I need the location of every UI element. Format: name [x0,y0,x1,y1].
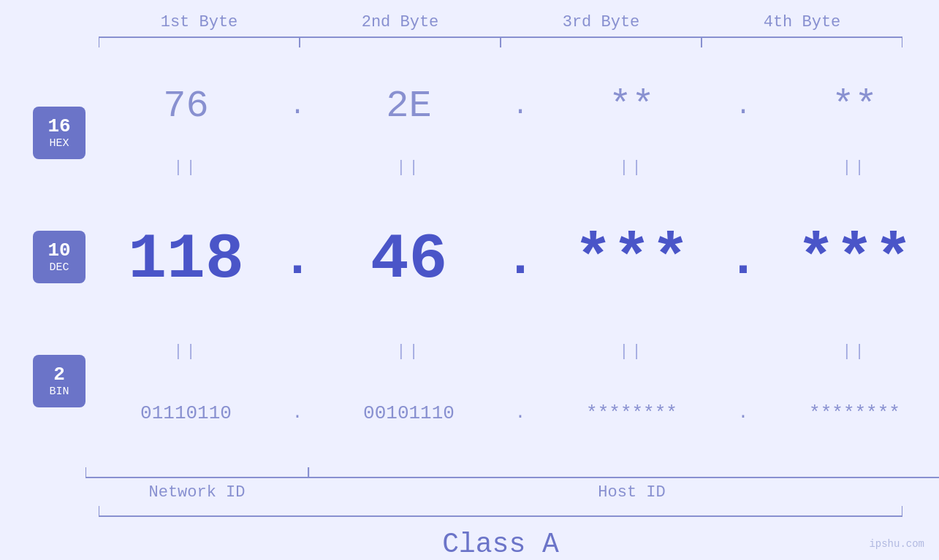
hex-cell-2: 2E [308,85,509,128]
dec-cell-3: *** [531,223,732,296]
top-brackets [0,34,939,49]
hex-cell-1: 76 [85,85,286,128]
dec-value-3: *** [574,223,689,296]
bracket-byte-4 [702,34,902,49]
rows-area: 76 . 2E . ** . ** [85,56,939,502]
hex-cell-3: ** [531,85,732,128]
bin-cell-1: 01110110 [85,402,286,424]
sep-cell-2: || [308,158,509,177]
hex-dot-3: . [732,91,754,121]
bin-dot-2: . [509,403,531,423]
bin-value-4: ******** [809,402,900,424]
hex-value-2: 2E [386,85,431,128]
bin-cell-4: ******** [754,402,939,424]
hex-value-1: 76 [163,85,208,128]
class-label: Class A [99,529,902,560]
content-area: 16 HEX 10 DEC 2 BIN 76 . [0,56,939,502]
hex-badge-label: HEX [49,137,69,150]
hex-dot-1: . [286,91,308,121]
bracket-byte-3 [501,34,702,49]
sep-cell-3: || [531,158,732,177]
bottom-brackets-row: Network ID Host ID [85,466,939,502]
byte-header-2: 2nd Byte [300,13,501,31]
dec-badge-number: 10 [47,240,70,261]
dec-cell-4: *** [754,223,939,296]
byte-headers: 1st Byte 2nd Byte 3rd Byte 4th Byte [0,0,939,31]
sep-cell-5: || [85,342,286,361]
class-section: Class A [0,505,939,560]
sep-row-2: || || || || [85,340,939,363]
host-id-bracket: Host ID [308,466,939,502]
bin-cell-3: ******** [531,402,732,424]
bin-value-1: 01110110 [140,402,232,424]
dec-cell-1: 118 [85,223,286,296]
dec-value-1: 118 [128,223,243,296]
hex-value-3: ** [609,85,654,128]
bin-value-2: 00101110 [363,402,455,424]
watermark: ipshu.com [869,538,924,550]
network-id-label: Network ID [148,483,245,502]
dec-dot-3: . [732,231,754,288]
bin-badge-number: 2 [53,364,65,386]
dec-badge: 10 DEC [33,231,85,283]
hex-badge: 16 HEX [33,107,85,159]
sep-cell-1: || [85,158,286,177]
hex-row: 76 . 2E . ** . ** [85,56,939,156]
bin-badge: 2 BIN [33,355,85,407]
network-id-bracket: Network ID [85,466,308,502]
badges-column: 16 HEX 10 DEC 2 BIN [0,56,85,502]
bin-value-3: ******** [586,402,677,424]
main-container: 1st Byte 2nd Byte 3rd Byte 4th Byte [0,0,939,560]
dec-value-2: 46 [370,223,448,296]
byte-header-4: 4th Byte [702,13,902,31]
dec-row: 118 . 46 . *** . *** [85,180,939,340]
hex-value-4: ** [832,85,877,128]
dec-value-4: *** [797,223,912,296]
bin-badge-label: BIN [49,386,69,398]
sep-cell-7: || [531,342,732,361]
hex-badge-number: 16 [47,116,70,137]
dec-dot-2: . [509,231,531,288]
bin-row: 01110110 . 00101110 . ******** . [85,363,939,463]
hex-dot-2: . [509,91,531,121]
bracket-byte-1 [99,34,300,49]
byte-header-1: 1st Byte [99,13,300,31]
host-id-label: Host ID [598,483,665,502]
dec-dot-1: . [286,231,308,288]
dec-cell-2: 46 [308,223,509,296]
bracket-byte-2 [300,34,501,49]
sep-row-1: || || || || [85,156,939,180]
sep-cell-8: || [754,342,939,361]
sep-cell-6: || [308,342,509,361]
hex-cell-4: ** [754,85,939,128]
sep-cell-4: || [754,158,939,177]
bin-dot-1: . [286,403,308,423]
bin-cell-2: 00101110 [308,402,509,424]
bin-dot-3: . [732,403,754,423]
byte-header-3: 3rd Byte [501,13,702,31]
dec-badge-label: DEC [49,261,69,274]
